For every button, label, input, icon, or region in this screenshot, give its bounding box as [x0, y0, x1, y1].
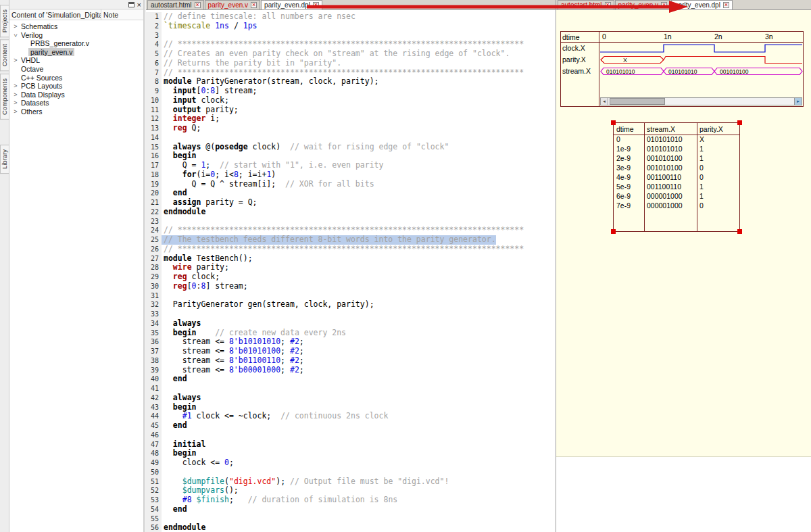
timing-diagram[interactable]: dtime clock.X parity.X stream.X 0 1n 2n …: [560, 31, 804, 107]
scrollbar-track[interactable]: [608, 98, 794, 105]
code-line[interactable]: 10 input clock;: [146, 96, 556, 105]
tab-parity_even.dpl[interactable]: parity_even.dpl×: [261, 0, 322, 9]
tree-item-Datasets[interactable]: >Datasets: [9, 99, 143, 107]
code-line[interactable]: 47 initial: [146, 440, 556, 450]
code-line[interactable]: 12 integer i;: [146, 114, 556, 124]
code-line[interactable]: 19 Q = Q ^ stream[i]; // XOR for all bit…: [146, 180, 556, 189]
code-line[interactable]: 42 always: [146, 393, 556, 403]
tab-close-icon[interactable]: ×: [661, 2, 667, 8]
tree-item-PRBS_generator.v[interactable]: PRBS_generator.v: [9, 39, 143, 48]
code-line[interactable]: 8module ParityGenerator(stream, clock, p…: [146, 77, 556, 87]
code-line[interactable]: 20 end: [146, 189, 556, 198]
code-line[interactable]: 2`timescale 1ns / 1ps: [146, 22, 556, 31]
code-line[interactable]: 53 #8 $finish; // duration of simulation…: [146, 495, 556, 505]
tree-item-Schematics[interactable]: >Schematics: [9, 22, 143, 31]
code-line[interactable]: 29 reg clock;: [146, 272, 556, 282]
code-line[interactable]: 26// ***********************************…: [146, 245, 556, 254]
chevron-collapsed-icon[interactable]: >: [12, 22, 19, 31]
code-line[interactable]: 25// The testbench feeds different 8-bit…: [146, 235, 556, 245]
side-tab-content[interactable]: Content: [0, 39, 9, 71]
code-line[interactable]: 28 wire parity;: [146, 263, 556, 272]
timing-scrollbar[interactable]: ◄ ►: [600, 97, 802, 105]
selection-handle[interactable]: [611, 229, 616, 234]
chevron-collapsed-icon[interactable]: >: [12, 91, 19, 99]
side-tab-library[interactable]: Library: [0, 145, 9, 174]
tree-item-Others[interactable]: >Others: [9, 107, 143, 116]
scrollbar-thumb[interactable]: [610, 98, 665, 105]
float-window-icon[interactable]: [128, 2, 134, 7]
chevron-expanded-icon[interactable]: >: [11, 32, 20, 39]
tab-parity_even.v[interactable]: parity_even.v×: [205, 0, 260, 9]
code-line[interactable]: 13 reg Q;: [146, 124, 556, 133]
code-editor[interactable]: 1// define timescale: all numbers are ns…: [146, 10, 556, 532]
code-line[interactable]: 31: [146, 291, 556, 301]
code-line[interactable]: 21 assign parity = Q;: [146, 198, 556, 208]
code-line[interactable]: 22endmodule: [146, 208, 556, 217]
tab-close-icon[interactable]: ×: [251, 2, 257, 8]
scrollbar-left-arrow-icon[interactable]: ◄: [601, 98, 608, 105]
code-line[interactable]: 18 for(i=0; i<8; i=i+1): [146, 170, 556, 180]
code-line[interactable]: 14: [146, 133, 556, 143]
tab-close-icon[interactable]: ×: [195, 2, 201, 8]
tab-autostart.html[interactable]: autostart.html×: [558, 0, 614, 9]
code-line[interactable]: 11 output parity;: [146, 105, 556, 115]
selection-handle[interactable]: [611, 120, 616, 125]
chevron-collapsed-icon[interactable]: >: [12, 107, 19, 116]
truth-table[interactable]: dtime stream.X parity.X 0010101010X1e-90…: [613, 122, 740, 232]
code-line[interactable]: 4// ************************************…: [146, 40, 556, 49]
code-line[interactable]: 6// Returns the parity bit in "parity".: [146, 59, 556, 68]
tree-item-Data Displays[interactable]: >Data Displays: [9, 91, 143, 99]
code-line[interactable]: 46: [146, 431, 556, 440]
code-line[interactable]: 49 clock <= 0;: [146, 458, 556, 468]
chevron-collapsed-icon[interactable]: >: [12, 56, 19, 65]
code-line[interactable]: 45 end: [146, 421, 556, 431]
code-line[interactable]: 7// ************************************…: [146, 68, 556, 78]
tab-close-icon[interactable]: ×: [313, 2, 319, 8]
selection-handle[interactable]: [737, 229, 742, 234]
tab-parity_even.v[interactable]: parity_even.v×: [615, 0, 670, 9]
code-line[interactable]: 23: [146, 217, 556, 226]
code-line[interactable]: 56endmodule: [146, 523, 556, 532]
code-line[interactable]: 54 end: [146, 505, 556, 514]
code-line[interactable]: 5// Creates an even parity check on "str…: [146, 49, 556, 59]
tree-item-VHDL[interactable]: >VHDL: [9, 56, 143, 65]
code-line[interactable]: 43 begin: [146, 403, 556, 412]
tree-item-Octave[interactable]: Octave: [9, 65, 143, 74]
code-line[interactable]: 50: [146, 468, 556, 477]
code-line[interactable]: 17 Q = 1; // start with "1", i.e. even p…: [146, 161, 556, 170]
code-line[interactable]: 35 begin // create new data every 2ns: [146, 329, 556, 338]
tree-item-Verilog[interactable]: >Verilog: [9, 31, 143, 40]
code-line[interactable]: 40 end: [146, 374, 556, 384]
tab-parity_even.dpl[interactable]: parity_even.dpl×: [671, 0, 733, 9]
code-line[interactable]: 52 $dumpvars();: [146, 486, 556, 495]
code-line[interactable]: 33: [146, 310, 556, 319]
tab-autostart.html[interactable]: autostart.html×: [147, 0, 204, 9]
close-icon[interactable]: ×: [137, 1, 141, 8]
code-line[interactable]: 30 reg[0:8] stream;: [146, 282, 556, 291]
tree-item-PCB Layouts[interactable]: >PCB Layouts: [9, 82, 143, 91]
code-line[interactable]: 3: [146, 31, 556, 41]
code-line[interactable]: 39 stream <= 8'b00001000; #2;: [146, 366, 556, 375]
code-line[interactable]: 48 begin: [146, 449, 556, 458]
code-line[interactable]: 27module TestBench();: [146, 254, 556, 264]
scrollbar-right-arrow-icon[interactable]: ►: [794, 98, 802, 105]
code-line[interactable]: 24// ***********************************…: [146, 226, 556, 235]
side-tab-components[interactable]: Components: [0, 74, 9, 120]
tree-item-C++ Sources[interactable]: C++ Sources: [9, 74, 143, 82]
code-line[interactable]: 36 stream <= 8'b10101010; #2;: [146, 337, 556, 347]
data-display-canvas[interactable]: dtime clock.X parity.X stream.X 0 1n 2n …: [556, 10, 811, 457]
chevron-collapsed-icon[interactable]: >: [12, 82, 19, 91]
tree-item-parity_even.v[interactable]: parity_even.v: [9, 48, 143, 57]
code-line[interactable]: 41: [146, 384, 556, 393]
code-line[interactable]: 9 input[0:8] stream;: [146, 87, 556, 96]
code-line[interactable]: 38 stream <= 8'b01100110; #2;: [146, 356, 556, 366]
code-line[interactable]: 1// define timescale: all numbers are ns…: [146, 12, 556, 22]
code-line[interactable]: 34 always: [146, 319, 556, 329]
code-line[interactable]: 55: [146, 514, 556, 524]
tab-close-icon[interactable]: ×: [723, 2, 729, 8]
chevron-collapsed-icon[interactable]: >: [12, 99, 19, 107]
code-line[interactable]: 51 $dumpfile("digi.vcd"); // Output file…: [146, 477, 556, 487]
selection-handle[interactable]: [737, 120, 742, 125]
side-tab-projects[interactable]: Projects: [0, 5, 9, 37]
tab-close-icon[interactable]: ×: [605, 2, 611, 8]
